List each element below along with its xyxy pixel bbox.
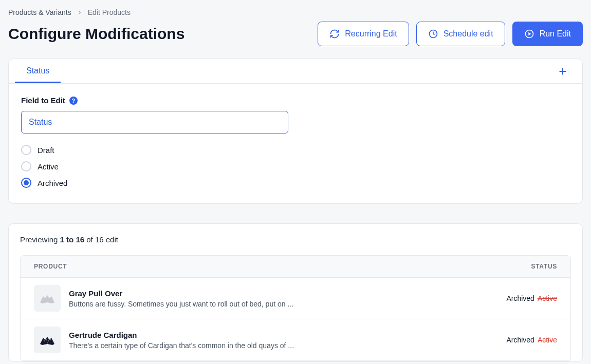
status-new: Archived [506, 294, 534, 302]
breadcrumb: Products & Variants Edit Products [8, 8, 583, 16]
field-to-edit-select[interactable]: Status [21, 111, 288, 133]
svg-point-5 [50, 339, 51, 340]
schedule-edit-label: Schedule edit [444, 29, 493, 39]
radio-label: Active [38, 162, 59, 171]
field-to-edit-value: Status [29, 118, 52, 126]
product-thumb [34, 327, 61, 353]
svg-point-3 [46, 339, 47, 340]
recurring-edit-button[interactable]: Recurring Edit [318, 22, 409, 46]
clock-icon [428, 29, 438, 39]
product-name: Gray Pull Over [69, 289, 293, 298]
run-edit-button[interactable]: Run Edit [512, 22, 583, 46]
radio-draft[interactable]: Draft [21, 145, 570, 155]
modification-card: Status Field to Edit ? Status DraftActiv… [8, 59, 583, 204]
chevron-right-icon [77, 9, 83, 15]
table-row[interactable]: Gertrude CardiganThere's a certain type … [21, 319, 570, 361]
header-actions: Recurring Edit Schedule edit Run Edit [318, 22, 583, 46]
status-new: Archived [506, 336, 534, 344]
recurring-edit-label: Recurring Edit [345, 29, 397, 39]
page-title: Configure Modifications [8, 25, 184, 43]
breadcrumb-current: Edit Products [88, 8, 131, 16]
schedule-edit-button[interactable]: Schedule edit [416, 22, 505, 46]
preview-card: Previewing 1 to 16 of 16 edit PRODUCT ST… [8, 223, 583, 362]
product-thumb [34, 285, 61, 312]
table-row[interactable]: Gray Pull OverButtons are fussy. Sometim… [21, 278, 570, 319]
col-product: PRODUCT [34, 263, 67, 270]
field-to-edit-label: Field to Edit [21, 96, 65, 105]
col-status: STATUS [531, 263, 557, 270]
radio-label: Draft [38, 146, 54, 155]
radio-icon [21, 178, 31, 188]
product-desc: Buttons are fussy. Sometimes you just wa… [69, 300, 293, 308]
add-tab-button[interactable] [552, 61, 573, 82]
radio-label: Archived [38, 179, 67, 187]
status-cell: Archived Active [506, 294, 557, 302]
status-cell: Archived Active [506, 336, 557, 344]
tab-status[interactable]: Status [15, 59, 61, 83]
product-desc: There's a certain type of Cardigan that'… [69, 341, 294, 350]
run-edit-label: Run Edit [540, 29, 571, 39]
product-name: Gertrude Cardigan [69, 331, 294, 339]
status-radio-group: DraftActiveArchived [21, 145, 570, 188]
radio-icon [21, 145, 31, 155]
help-icon[interactable]: ? [69, 97, 78, 105]
plus-icon [557, 66, 568, 77]
status-old: Active [538, 336, 557, 344]
radio-icon [21, 161, 31, 171]
preview-heading: Previewing 1 to 16 of 16 edit [20, 235, 571, 244]
status-old: Active [538, 294, 557, 302]
svg-point-6 [47, 342, 48, 343]
svg-point-4 [48, 340, 49, 341]
play-circle-icon [524, 29, 534, 39]
refresh-icon [329, 29, 340, 39]
radio-active[interactable]: Active [21, 161, 570, 171]
preview-table: PRODUCT STATUS Gray Pull OverButtons are… [20, 255, 571, 361]
breadcrumb-root[interactable]: Products & Variants [8, 8, 71, 16]
radio-archived[interactable]: Archived [21, 178, 570, 188]
svg-point-2 [44, 340, 45, 341]
